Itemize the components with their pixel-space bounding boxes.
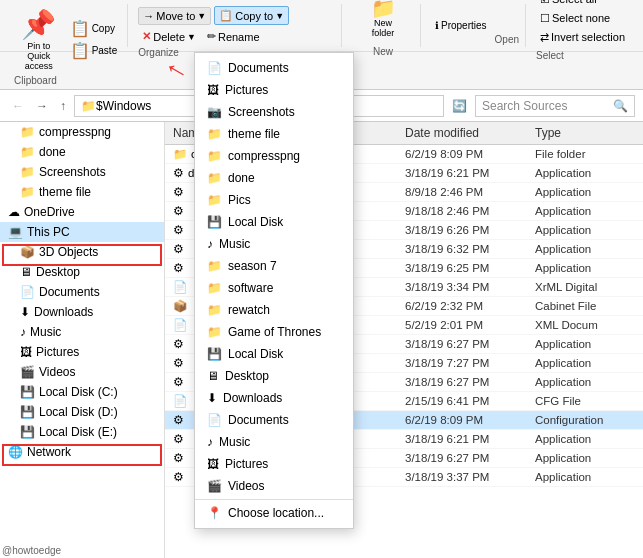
sidebar-item-13[interactable]: 💾Local Disk (C:) <box>0 382 164 402</box>
dropdown-label-19: Videos <box>228 479 264 493</box>
sidebar-item-10[interactable]: ♪Music <box>0 322 164 342</box>
dropdown-label-11: rewatch <box>228 303 270 317</box>
up-button[interactable]: ↑ <box>56 97 70 115</box>
properties-label: Properties <box>441 20 487 31</box>
file-date-4: 3/18/19 6:26 PM <box>405 224 535 236</box>
file-type-4: Application <box>535 224 635 236</box>
file-icon-13: 📄 <box>173 394 187 408</box>
properties-button[interactable]: ℹ Properties <box>431 18 491 33</box>
sidebar-label-2: Screenshots <box>39 165 106 179</box>
sidebar-item-9[interactable]: ⬇Downloads <box>0 302 164 322</box>
paste-button[interactable]: 📋 Paste <box>66 41 122 61</box>
pin-to-quick-access-button[interactable]: 📌 Pin to Quick access <box>14 6 64 73</box>
file-icon-5: ⚙ <box>173 242 184 256</box>
sidebar: 📁compresspng📁done📁Screenshots📁theme file… <box>0 122 165 558</box>
dropdown-item-8[interactable]: ♪Music <box>195 233 353 255</box>
dropdown-item-15[interactable]: ⬇Downloads <box>195 387 353 409</box>
sidebar-label-15: Local Disk (E:) <box>39 425 117 439</box>
copy-to-arrow-icon: ▼ <box>275 11 284 21</box>
new-label: New <box>373 46 393 57</box>
dropdown-item-9[interactable]: 📁season 7 <box>195 255 353 277</box>
sidebar-item-14[interactable]: 💾Local Disk (D:) <box>0 402 164 422</box>
dropdown-item-2[interactable]: 📷Screenshots <box>195 101 353 123</box>
sidebar-item-8[interactable]: 📄Documents <box>0 282 164 302</box>
sidebar-item-12[interactable]: 🎬Videos <box>0 362 164 382</box>
dropdown-item-5[interactable]: 📁done <box>195 167 353 189</box>
copy-to-button[interactable]: 📋 Copy to ▼ <box>214 6 289 25</box>
rename-icon: ✏ <box>207 30 216 43</box>
delete-arrow-icon: ▼ <box>187 32 196 42</box>
dropdown-item-18[interactable]: 🖼Pictures <box>195 453 353 475</box>
dropdown-item-3[interactable]: 📁theme file <box>195 123 353 145</box>
sidebar-item-11[interactable]: 🖼Pictures <box>0 342 164 362</box>
search-icon: 🔍 <box>613 99 628 113</box>
dropdown-item-17[interactable]: ♪Music <box>195 431 353 453</box>
move-to-label: Move to <box>156 10 195 22</box>
dropdown-label-7: Local Disk <box>228 215 283 229</box>
folder-icon: 📁 <box>81 99 96 113</box>
file-type-5: Application <box>535 243 635 255</box>
organize-group: → Move to ▼ 📋 Copy to ▼ ✕ Delete ▼ ✏ Ren… <box>132 4 342 47</box>
dropdown-item-4[interactable]: 📁compresspng <box>195 145 353 167</box>
dropdown-item-19[interactable]: 🎬Videos <box>195 475 353 497</box>
sidebar-label-4: OneDrive <box>24 205 75 219</box>
dropdown-icon-16: 📄 <box>207 413 222 427</box>
delete-button[interactable]: ✕ Delete ▼ <box>138 28 200 45</box>
move-to-button[interactable]: → Move to ▼ <box>138 7 211 25</box>
file-date-7: 3/18/19 3:34 PM <box>405 281 535 293</box>
sidebar-icon-11: 🖼 <box>20 345 32 359</box>
file-icon-10: ⚙ <box>173 337 184 351</box>
dropdown-icon-9: 📁 <box>207 259 222 273</box>
dropdown-item-13[interactable]: 💾Local Disk <box>195 343 353 365</box>
sidebar-item-1[interactable]: 📁done <box>0 142 164 162</box>
refresh-icon[interactable]: 🔄 <box>448 97 471 115</box>
invert-selection-button[interactable]: ⇄ Invert selection <box>536 29 629 46</box>
dropdown-item-0[interactable]: 📄Documents <box>195 57 353 79</box>
file-date-15: 3/18/19 6:21 PM <box>405 433 535 445</box>
sidebar-item-4[interactable]: ☁OneDrive <box>0 202 164 222</box>
open-group: ℹ Properties Open <box>425 4 526 47</box>
dropdown-item-20[interactable]: 📍Choose location... <box>195 499 353 524</box>
select-all-button[interactable]: ☑ Select all <box>536 0 629 8</box>
copy-button[interactable]: 📋 Copy <box>66 19 122 39</box>
sidebar-item-3[interactable]: 📁theme file <box>0 182 164 202</box>
file-type-12: Application <box>535 376 635 388</box>
dropdown-item-1[interactable]: 🖼Pictures <box>195 79 353 101</box>
dropdown-icon-13: 💾 <box>207 347 222 361</box>
dropdown-item-16[interactable]: 📄Documents <box>195 409 353 431</box>
sidebar-item-6[interactable]: 📦3D Objects <box>0 242 164 262</box>
sidebar-item-2[interactable]: 📁Screenshots <box>0 162 164 182</box>
dropdown-item-14[interactable]: 🖥Desktop <box>195 365 353 387</box>
dropdown-icon-6: 📁 <box>207 193 222 207</box>
back-button[interactable]: ← <box>8 97 28 115</box>
dropdown-label-2: Screenshots <box>228 105 295 119</box>
sidebar-item-5[interactable]: 💻This PC <box>0 222 164 242</box>
sidebar-item-7[interactable]: 🖥Desktop <box>0 262 164 282</box>
file-date-13: 2/15/19 6:41 PM <box>405 395 535 407</box>
dropdown-item-6[interactable]: 📁Pics <box>195 189 353 211</box>
dropdown-item-12[interactable]: 📁Game of Thrones <box>195 321 353 343</box>
sidebar-label-0: compresspng <box>39 125 111 139</box>
file-type-2: Application <box>535 186 635 198</box>
delete-icon: ✕ <box>142 30 151 43</box>
dropdown-item-7[interactable]: 💾Local Disk <box>195 211 353 233</box>
sidebar-icon-9: ⬇ <box>20 305 30 319</box>
select-none-button[interactable]: ☐ Select none <box>536 10 629 27</box>
address-text: $Windows <box>96 99 151 113</box>
move-to-icon: → <box>143 10 154 22</box>
pin-label: Pin to Quick access <box>18 41 60 71</box>
sidebar-item-0[interactable]: 📁compresspng <box>0 122 164 142</box>
file-type-6: Application <box>535 262 635 274</box>
new-folder-button[interactable]: 📁 New folder <box>354 0 412 42</box>
dropdown-item-10[interactable]: 📁software <box>195 277 353 299</box>
dropdown-item-11[interactable]: 📁rewatch <box>195 299 353 321</box>
sidebar-item-15[interactable]: 💾Local Disk (E:) <box>0 422 164 442</box>
rename-button[interactable]: ✏ Rename <box>203 28 264 45</box>
file-icon-7: 📄 <box>173 280 187 294</box>
sidebar-icon-15: 💾 <box>20 425 35 439</box>
sidebar-label-12: Videos <box>39 365 75 379</box>
sidebar-item-16[interactable]: 🌐Network <box>0 442 164 462</box>
forward-button[interactable]: → <box>32 97 52 115</box>
search-bar[interactable]: Search Sources 🔍 <box>475 95 635 117</box>
invert-icon: ⇄ <box>540 31 549 44</box>
